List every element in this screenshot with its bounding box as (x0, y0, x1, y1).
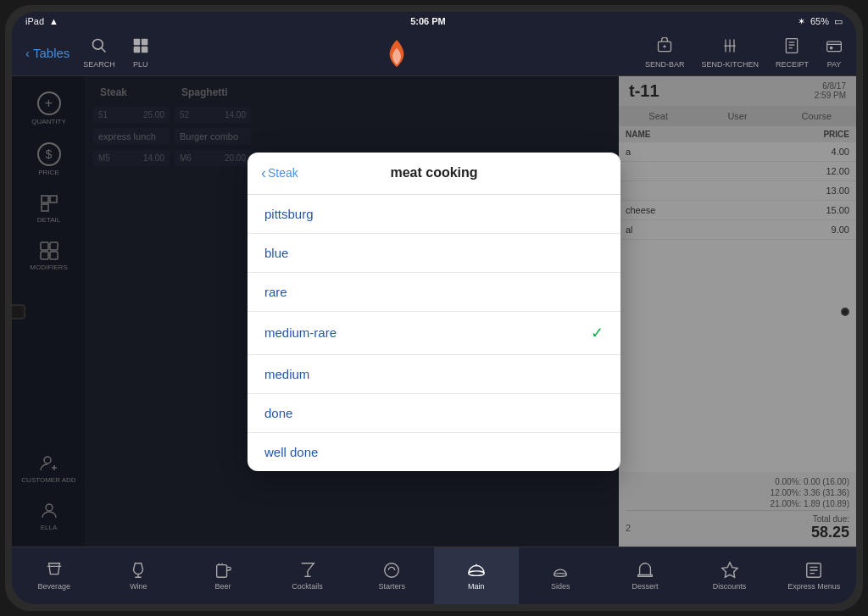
main-label: Main (468, 582, 485, 591)
svg-rect-3 (142, 39, 148, 46)
svg-line-1 (102, 48, 106, 53)
modal-item-rare[interactable]: rare (248, 273, 620, 312)
option-medium-rare: medium-rare (264, 325, 337, 340)
receipt-label: RECEIPT (776, 60, 809, 69)
modal-item-well-done[interactable]: well done (248, 433, 620, 471)
modal-back-label: Steak (268, 166, 298, 180)
status-right: ✶ 65% ▭ (798, 16, 843, 27)
bottom-btn-sides[interactable]: Sides (519, 547, 604, 604)
dessert-icon (636, 561, 654, 580)
bottom-btn-dessert[interactable]: Dessert (603, 547, 687, 604)
pay-icon (826, 37, 843, 58)
modal-title: meat cooking (390, 165, 477, 180)
starters-icon (382, 561, 401, 580)
nav-item-receipt[interactable]: RECEIPT (769, 34, 815, 72)
beer-label: Beer (214, 582, 231, 591)
receipt-icon (783, 37, 800, 58)
modal-back-button[interactable]: ‹ Steak (261, 164, 298, 182)
send-kitchen-icon (721, 37, 738, 58)
bottom-btn-discounts[interactable]: Discounts (687, 547, 772, 604)
main-content: + QUANTITY $ PRICE DETAIL (12, 76, 856, 547)
option-pittsburg: pittsburg (264, 207, 314, 221)
svg-point-38 (469, 571, 484, 576)
modal-overlay: ‹ Steak meat cooking pittsburg blue (12, 76, 856, 547)
modal-item-blue[interactable]: blue (248, 234, 620, 273)
ipad-frame: iPad ▲ 5:06 PM ✶ 65% ▭ ‹ Tables (0, 0, 868, 616)
modal-item-pittsburg[interactable]: pittsburg (248, 195, 620, 234)
nav-back-button[interactable]: ‹ Tables (19, 46, 76, 60)
pay-label: PAY (827, 60, 842, 69)
express-menus-label: Express Menus (787, 582, 840, 591)
wine-label: Wine (130, 582, 147, 591)
nav-item-plu[interactable]: PLU (125, 34, 156, 72)
svg-point-37 (385, 563, 399, 578)
check-icon: ✓ (591, 324, 604, 342)
svg-rect-2 (134, 39, 141, 46)
send-bar-label: SEND-BAR (645, 60, 685, 69)
status-time: 5:06 PM (410, 16, 446, 26)
modal-options-list: pittsburg blue rare medium-rare ✓ (248, 195, 620, 471)
nav-item-send-bar[interactable]: SEND-BAR (638, 34, 692, 72)
modal-item-medium[interactable]: medium (248, 355, 620, 394)
cocktails-label: Cocktails (292, 582, 323, 591)
beverage-label: Beverage (38, 582, 71, 591)
search-label: SEARCH (83, 60, 115, 69)
svg-rect-33 (217, 565, 227, 578)
option-done: done (264, 406, 292, 420)
status-bar: iPad ▲ 5:06 PM ✶ 65% ▭ (12, 12, 856, 31)
option-well-done: well done (264, 445, 318, 459)
cocktails-icon (298, 561, 317, 580)
option-blue: blue (264, 246, 288, 260)
bottom-btn-main[interactable]: Main (434, 547, 519, 604)
top-nav: ‹ Tables SEARCH (12, 31, 856, 76)
send-bar-icon (656, 37, 673, 58)
sides-label: Sides (551, 582, 570, 591)
nav-back-label: Tables (33, 46, 70, 60)
back-chevron-icon: ‹ (25, 46, 30, 60)
plu-label: PLU (133, 60, 148, 69)
bottom-btn-beverage[interactable]: Beverage (12, 547, 97, 604)
send-kitchen-label: SEND-KITCHEN (701, 60, 759, 69)
bottom-btn-express-menus[interactable]: Express Menus (771, 547, 856, 604)
modal-back-chevron-icon: ‹ (261, 164, 266, 182)
status-left: iPad ▲ (25, 16, 58, 26)
battery-icon: ▭ (834, 16, 843, 27)
plu-icon (132, 37, 149, 58)
search-icon (91, 37, 108, 58)
sides-icon (551, 561, 570, 580)
nav-item-send-kitchen[interactable]: SEND-KITCHEN (694, 34, 765, 72)
bluetooth-icon: ✶ (798, 16, 805, 27)
bottom-btn-beer[interactable]: Beer (181, 547, 265, 604)
option-rare: rare (264, 285, 287, 299)
modal-item-done[interactable]: done (248, 394, 620, 433)
express-menus-icon (804, 561, 823, 580)
ipad-label: iPad (25, 16, 44, 26)
svg-point-0 (93, 40, 103, 50)
wifi-icon: ▲ (49, 16, 58, 26)
app-logo (156, 38, 638, 69)
beer-icon (214, 561, 232, 580)
ipad-screen: iPad ▲ 5:06 PM ✶ 65% ▭ ‹ Tables (12, 12, 856, 604)
svg-point-19 (830, 47, 832, 49)
svg-rect-5 (142, 47, 148, 53)
option-medium: medium (264, 367, 309, 381)
svg-rect-17 (827, 42, 842, 52)
modal-dialog: ‹ Steak meat cooking pittsburg blue (248, 153, 620, 471)
beverage-icon (45, 561, 64, 580)
bottom-btn-cocktails[interactable]: Cocktails (265, 547, 350, 604)
main-icon (467, 561, 486, 580)
dessert-label: Dessert (632, 582, 658, 591)
discounts-star-icon (721, 561, 739, 580)
modal-header: ‹ Steak meat cooking (248, 153, 620, 195)
svg-rect-4 (134, 47, 141, 53)
nav-item-pay[interactable]: PAY (819, 34, 849, 72)
discounts-label: Discounts (713, 582, 747, 591)
bottom-btn-wine[interactable]: Wine (97, 547, 181, 604)
nav-item-search[interactable]: SEARCH (76, 34, 122, 72)
modal-item-medium-rare[interactable]: medium-rare ✓ (248, 312, 620, 355)
wine-icon (129, 561, 147, 580)
battery-level: 65% (810, 16, 829, 26)
svg-point-40 (554, 574, 567, 577)
bottom-btn-starters[interactable]: Starters (349, 547, 434, 604)
starters-label: Starters (378, 582, 405, 591)
